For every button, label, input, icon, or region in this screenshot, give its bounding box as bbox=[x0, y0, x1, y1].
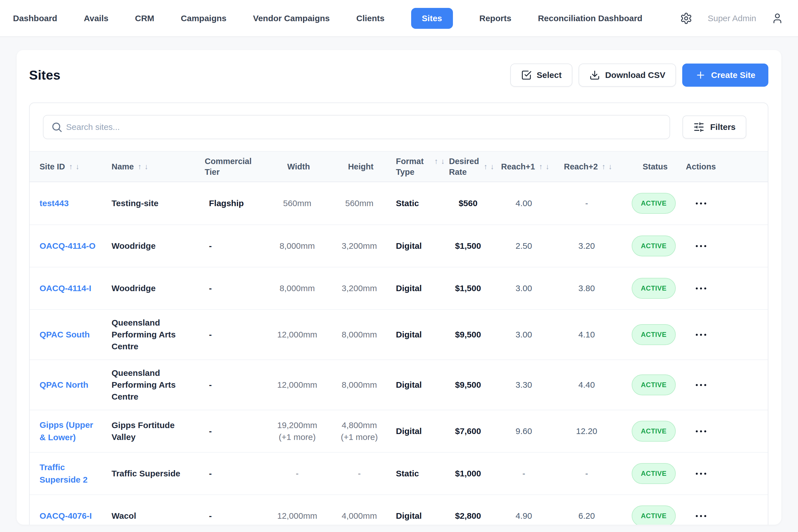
cell-commercial-tier: - bbox=[196, 460, 263, 487]
sort-arrows: ↑↓ bbox=[138, 161, 148, 172]
sort-desc-icon[interactable]: ↓ bbox=[609, 161, 612, 172]
row-actions-button[interactable] bbox=[693, 200, 709, 207]
site-id-link[interactable]: OACQ-4114-O bbox=[40, 240, 95, 252]
site-id-link[interactable]: QPAC South bbox=[40, 328, 90, 341]
cell-reach-2: 6.20 bbox=[556, 503, 620, 525]
sort-asc-icon[interactable]: ↑ bbox=[539, 161, 543, 172]
cell-commercial-tier: - bbox=[196, 322, 263, 348]
create-site-label: Create Site bbox=[711, 70, 755, 80]
sort-asc-icon[interactable]: ↑ bbox=[69, 161, 73, 172]
site-id-link[interactable]: Gipps (Upper & Lower) bbox=[40, 419, 96, 443]
status-badge: ACTIVE bbox=[632, 235, 676, 256]
gear-icon bbox=[680, 12, 692, 24]
cell-reach-1: 3.30 bbox=[494, 372, 556, 398]
cell-commercial-tier: - bbox=[196, 503, 263, 525]
nav-item-sites[interactable]: Sites bbox=[411, 8, 453, 29]
status-badge: ACTIVE bbox=[632, 463, 676, 484]
row-actions-button[interactable] bbox=[693, 331, 709, 339]
column-header-format-type[interactable]: Format Type↑↓ bbox=[387, 156, 445, 177]
settings-button[interactable] bbox=[680, 12, 692, 24]
column-header-reach-1[interactable]: Reach+1↑↓ bbox=[494, 161, 556, 172]
site-id-link[interactable]: QPAC North bbox=[40, 379, 89, 391]
column-header-width: Width bbox=[263, 161, 335, 172]
sort-asc-icon[interactable]: ↑ bbox=[138, 161, 142, 172]
row-actions-button[interactable] bbox=[693, 381, 709, 389]
cell-width: 560mm bbox=[263, 190, 335, 216]
cell-desired-rate: $560 bbox=[445, 190, 494, 216]
sites-card: Sites Select Download CSV bbox=[17, 50, 781, 525]
cell-width: 12,000mm bbox=[263, 503, 335, 525]
select-button[interactable]: Select bbox=[510, 63, 572, 87]
column-header-name[interactable]: Name↑↓ bbox=[99, 161, 196, 172]
row-actions-button[interactable] bbox=[693, 285, 709, 292]
site-id-link[interactable]: OACQ-4114-I bbox=[40, 282, 91, 294]
sort-desc-icon[interactable]: ↓ bbox=[491, 161, 494, 172]
cell-reach-2: 3.20 bbox=[556, 233, 620, 259]
sort-desc-icon[interactable]: ↓ bbox=[145, 161, 149, 172]
height-value: 8,000mm bbox=[342, 329, 377, 341]
nav-item-avails[interactable]: Avails bbox=[84, 8, 109, 29]
cell-desired-rate: $9,500 bbox=[445, 322, 494, 348]
cell-commercial-tier: - bbox=[196, 233, 263, 259]
cell-width: 12,000mm bbox=[263, 322, 335, 348]
cell-desired-rate: $7,600 bbox=[445, 418, 494, 444]
sort-desc-icon[interactable]: ↓ bbox=[76, 161, 80, 172]
column-label: Site ID bbox=[40, 161, 65, 172]
row-actions-button[interactable] bbox=[693, 512, 709, 520]
site-id-link[interactable]: Traffic Superside 2 bbox=[40, 461, 96, 486]
search-input[interactable] bbox=[43, 115, 670, 139]
check-square-icon bbox=[521, 70, 532, 80]
sort-desc-icon[interactable]: ↓ bbox=[546, 161, 550, 172]
cell-format-type: Digital bbox=[387, 372, 445, 398]
nav-item-vendor-campaigns[interactable]: Vendor Campaigns bbox=[253, 8, 330, 29]
nav-item-dashboard[interactable]: Dashboard bbox=[13, 8, 57, 29]
cell-format-type: Static bbox=[387, 460, 445, 487]
row-actions-button[interactable] bbox=[693, 428, 709, 435]
nav-item-crm[interactable]: CRM bbox=[135, 8, 154, 29]
width-value: 12,000mm bbox=[277, 510, 317, 522]
width-value: - bbox=[296, 468, 299, 479]
column-label: Desired Rate bbox=[449, 156, 480, 177]
row-actions-button[interactable] bbox=[693, 242, 709, 250]
cell-format-type: Static bbox=[387, 190, 445, 216]
select-button-label: Select bbox=[537, 70, 562, 80]
current-user-label: Super Admin bbox=[708, 14, 756, 23]
search-row: Filters bbox=[30, 103, 768, 151]
cell-reach-2: 3.80 bbox=[556, 275, 620, 301]
cell-name: Woodridge bbox=[99, 233, 196, 259]
column-header-reach-2[interactable]: Reach+2↑↓ bbox=[556, 161, 620, 172]
width-value: 12,000mm bbox=[277, 379, 317, 391]
sort-desc-icon[interactable]: ↓ bbox=[441, 156, 445, 167]
cell-format-type: Digital bbox=[387, 233, 445, 259]
nav-item-reports[interactable]: Reports bbox=[479, 8, 511, 29]
cell-actions bbox=[690, 420, 774, 442]
height-value: - bbox=[358, 468, 361, 479]
site-id-link[interactable]: OACQ-4076-I bbox=[40, 510, 92, 522]
download-csv-button[interactable]: Download CSV bbox=[578, 63, 676, 87]
cell-site-id: OACQ-4114-O bbox=[30, 233, 99, 259]
table-row: OACQ-4114-OWoodridge-8,000mm3,200mmDigit… bbox=[30, 225, 768, 267]
sort-asc-icon[interactable]: ↑ bbox=[602, 161, 606, 172]
cell-desired-rate: $1,000 bbox=[445, 460, 494, 487]
cell-site-id: QPAC North bbox=[30, 372, 99, 398]
column-header-desired-rate[interactable]: Desired Rate↑↓ bbox=[445, 156, 494, 177]
sort-asc-icon[interactable]: ↑ bbox=[484, 161, 488, 172]
sort-asc-icon[interactable]: ↑ bbox=[434, 156, 438, 167]
column-header-site-id[interactable]: Site ID↑↓ bbox=[30, 161, 99, 172]
filters-label: Filters bbox=[710, 122, 736, 132]
download-icon bbox=[589, 70, 600, 80]
nav-item-clients[interactable]: Clients bbox=[356, 8, 385, 29]
cell-status: ACTIVE bbox=[620, 367, 690, 402]
create-site-button[interactable]: Create Site bbox=[682, 63, 768, 87]
cell-status: ACTIVE bbox=[620, 186, 690, 221]
cell-reach-1: 4.00 bbox=[494, 190, 556, 216]
filters-button[interactable]: Filters bbox=[683, 115, 746, 139]
status-badge: ACTIVE bbox=[632, 375, 676, 395]
site-id-link[interactable]: test443 bbox=[40, 197, 69, 210]
header-actions: Select Download CSV Create Site bbox=[510, 63, 768, 87]
cell-reach-2: - bbox=[556, 460, 620, 487]
row-actions-button[interactable] bbox=[693, 470, 709, 477]
nav-item-reconciliation-dashboard[interactable]: Reconciliation Dashboard bbox=[538, 8, 642, 29]
nav-item-campaigns[interactable]: Campaigns bbox=[181, 8, 226, 29]
user-menu-button[interactable] bbox=[772, 13, 783, 24]
